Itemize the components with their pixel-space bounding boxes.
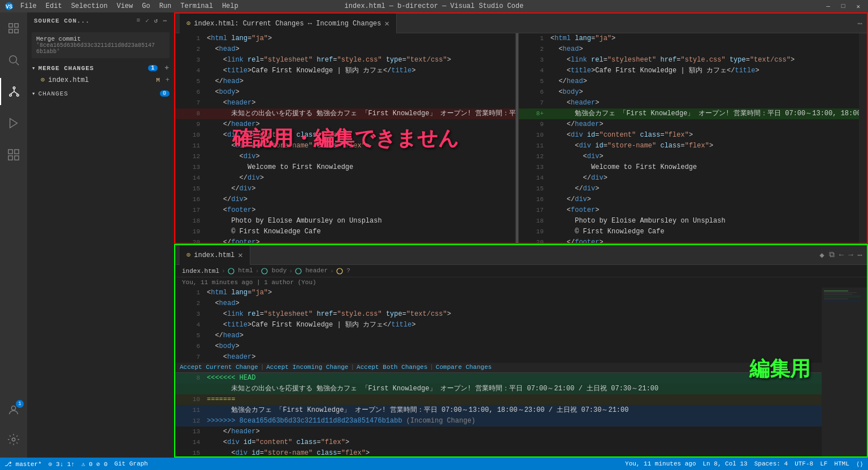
status-blame[interactable]: You, 11 minutes ago [625, 460, 696, 468]
diff-line-19-right: 19 © First Knowledge Cafe [519, 227, 859, 237]
chevron-down-icon: ▾ [32, 64, 36, 72]
sidebar: SOURCE CON... ≡ ✓ ↺ ⋯ Merge commit '8cea… [27, 12, 174, 458]
accept-both-link[interactable]: Accept Both Changes [357, 362, 427, 373]
sidebar-icon-refresh[interactable]: ↺ [154, 17, 159, 24]
status-git-graph[interactable]: Git Graph [114, 460, 147, 467]
menu-selection[interactable]: Selection [71, 2, 108, 10]
activity-extensions[interactable] [0, 141, 27, 168]
add-file-icon[interactable]: + [164, 64, 170, 72]
accept-current-link[interactable]: Accept Current Change [180, 362, 258, 373]
diff-line-12-left: 12 <div> [175, 151, 515, 162]
conflict-actions-bar[interactable]: Accept Current Change | Accept Incoming … [175, 363, 867, 373]
diff-top-icons[interactable]: ⋯ [858, 19, 862, 28]
svg-point-22 [262, 268, 267, 274]
close-button[interactable]: ✕ [853, 3, 863, 10]
editor-icon-diamond[interactable]: ◆ [819, 250, 824, 260]
diff-line-3-right: 3 <link rel="stylesheet" href="style.css… [519, 55, 859, 66]
activity-source-control[interactable] [0, 78, 27, 105]
diff-right-pane[interactable]: 1<html lang="ja"> 2 <head> 3 <link rel="… [519, 33, 859, 243]
breadcrumb-sep-1: › [222, 268, 225, 275]
changes-count: 0 [160, 90, 170, 97]
bottom-code-area[interactable]: 1<html lang="ja"> 2 <head> 3 <link rel="… [175, 288, 867, 456]
diff-icon-more[interactable]: ⋯ [858, 19, 862, 28]
editor-icon-back[interactable]: ← [839, 250, 844, 260]
activity-accounts[interactable]: 1 [0, 397, 27, 424]
diff-editor-tab[interactable]: ⊙ index.html: Current Changes ↔ Incoming… [180, 14, 397, 33]
menu-view[interactable]: View [116, 2, 133, 10]
vscode-logo-icon: VS [5, 2, 14, 11]
menu-terminal[interactable]: Terminal [180, 2, 213, 10]
menu-help[interactable]: Help [222, 2, 238, 10]
diff-line-3-left: 3 <link rel="stylesheet" href="style.css… [175, 55, 515, 66]
maximize-button[interactable]: □ [838, 3, 849, 10]
svg-text:VS: VS [6, 4, 12, 10]
bottom-editor-tab[interactable]: ⊙ index.html ✕ [180, 245, 250, 265]
bottom-editor-icons[interactable]: ◆ ⧉ ← → ⋯ [819, 250, 862, 260]
menu-edit[interactable]: Edit [46, 2, 62, 10]
svg-rect-4 [15, 29, 18, 33]
diff-line-9-left: 9 </header> [175, 119, 515, 130]
tab-html-icon-2: ⊙ [186, 251, 190, 259]
changes-section-header[interactable]: ▾ CHANGES 0 [27, 88, 174, 99]
menu-run[interactable]: Run [159, 2, 172, 10]
breadcrumb-header[interactable]: header [295, 267, 328, 274]
bottom-tab-close[interactable]: ✕ [238, 250, 242, 260]
status-eol[interactable]: LF [820, 460, 827, 468]
changes-section: ▾ CHANGES 0 [27, 88, 174, 99]
diff-line-5-right: 5 </head> [519, 76, 859, 87]
sidebar-icon-check[interactable]: ✓ [145, 17, 150, 24]
activity-settings[interactable] [0, 426, 27, 453]
conflict-separator: 10 ======= [175, 394, 867, 405]
breadcrumb-file[interactable]: index.html [182, 268, 219, 275]
minimize-button[interactable]: — [823, 3, 834, 10]
bottom-line-6: 6 <body> [175, 341, 867, 352]
window-controls[interactable]: — □ ✕ [823, 3, 863, 10]
editor-icon-forward[interactable]: → [848, 250, 853, 260]
commit-message-box: Merge commit '8cea165d63b6d33c3211d11d8d… [32, 32, 170, 58]
merge-changes-section-header[interactable]: ▾ MERGE CHANGES 1 + [27, 62, 174, 75]
status-language[interactable]: HTML [834, 460, 849, 468]
bottom-line-2: 2 <head> [175, 298, 867, 309]
diff-left-pane[interactable]: 1<html lang="ja"> 2 <head> 3 <link rel="… [175, 33, 515, 243]
activity-run-debug[interactable] [0, 110, 27, 137]
breadcrumb-html[interactable]: html [228, 267, 253, 274]
menu-file[interactable]: File [20, 2, 37, 10]
diff-line-20-right: 20 </footer> [519, 237, 859, 243]
diff-tab-close[interactable]: ✕ [385, 19, 389, 28]
svg-rect-15 [8, 150, 12, 154]
merge-file-item[interactable]: ⊙ index.html M + [27, 75, 174, 85]
editor-icon-more[interactable]: ⋯ [858, 250, 862, 260]
svg-point-10 [17, 94, 19, 97]
status-format[interactable]: ⟨⟩ [856, 460, 863, 468]
diff-scrollbar[interactable] [859, 33, 867, 243]
sidebar-header-icons[interactable]: ≡ ✓ ↺ ⋯ [137, 17, 167, 24]
compare-changes-link[interactable]: Compare Changes [436, 362, 492, 373]
status-spaces[interactable]: Spaces: 4 [754, 460, 788, 468]
diff-line-14-right: 14 </div> [519, 173, 859, 184]
sidebar-icon-more[interactable]: ⋯ [163, 17, 167, 24]
diff-line-13-right: 13 Welcome to First Knowledge [519, 162, 859, 173]
editor-icon-frame[interactable]: ⧉ [829, 250, 835, 260]
status-branch[interactable]: ⎇ master* [5, 460, 42, 468]
sidebar-icon-list[interactable]: ≡ [137, 17, 141, 24]
conflict-sep-3: | [430, 362, 434, 373]
bottom-editor: ⊙ index.html ✕ ◆ ⧉ ← → ⋯ index.html › [174, 244, 868, 458]
breadcrumb-body[interactable]: body [261, 267, 287, 274]
diff-line-18-left: 18 Photo by Eloise Ambursley on Unsplash [175, 216, 515, 227]
sidebar-title: SOURCE CON... [34, 18, 90, 24]
activity-search[interactable] [0, 46, 27, 73]
accept-incoming-link[interactable]: Accept Incoming Change [266, 362, 348, 373]
diff-tab-label: index.html: Current Changes ↔ Incoming C… [194, 20, 381, 28]
status-position[interactable]: Ln 8, Col 13 [702, 460, 747, 468]
breadcrumb-conflict[interactable]: ? [336, 267, 350, 274]
file-inline-add[interactable]: + [166, 76, 170, 84]
menu-bar[interactable]: File Edit Selection View Go Run Terminal… [20, 2, 238, 10]
status-sync[interactable]: ⊙ 3↓ 1↑ [49, 460, 75, 468]
activity-bar: 1 [0, 12, 27, 458]
menu-go[interactable]: Go [142, 2, 150, 10]
status-errors[interactable]: ⚠ 0 ⊘ 0 [81, 460, 107, 468]
status-encoding[interactable]: UTF-8 [795, 460, 813, 468]
activity-explorer[interactable] [0, 15, 27, 42]
diff-left-code: 1<html lang="ja"> 2 <head> 3 <link rel="… [175, 33, 515, 243]
diff-line-13-left: 13 Welcome to First Knowledge [175, 162, 515, 173]
